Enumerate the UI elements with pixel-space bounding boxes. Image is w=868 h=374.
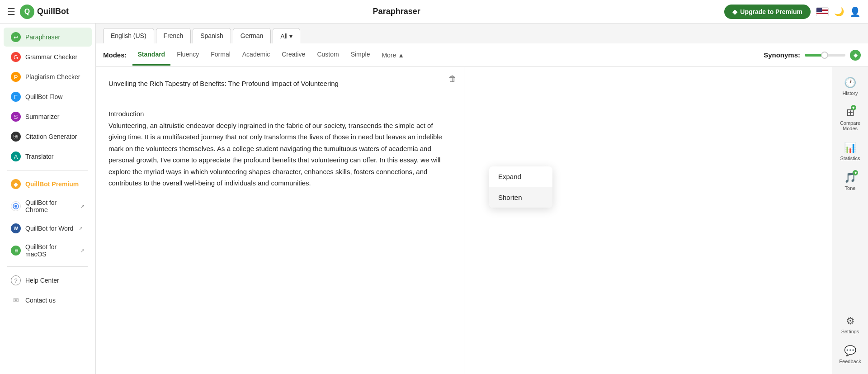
- mode-academic[interactable]: Academic: [237, 44, 275, 66]
- dropdown-item-shorten[interactable]: Shorten: [489, 187, 552, 208]
- lang-tab-german[interactable]: German: [233, 28, 271, 43]
- mode-standard[interactable]: Standard: [132, 44, 171, 66]
- sidebar-item-contact[interactable]: ✉ Contact us: [4, 291, 92, 310]
- sidebar-item-label: Help Center: [25, 277, 59, 284]
- sidebar-item-citation-generator[interactable]: 99 Citation Generator: [4, 127, 92, 146]
- sidebar-item-label: Contact us: [25, 297, 56, 304]
- intro-heading: Introduction: [108, 108, 451, 120]
- sidebar-item-label: QuillBot for Chrome: [25, 199, 75, 213]
- mode-label: Academic: [242, 51, 270, 58]
- sidebar-item-label: Translator: [25, 153, 54, 160]
- word-icon: W: [11, 223, 21, 233]
- menu-icon[interactable]: ☰: [7, 6, 15, 17]
- lang-tab-label: German: [241, 32, 264, 39]
- editor-output-pane: [464, 67, 832, 374]
- lang-tab-spanish[interactable]: Spanish: [193, 28, 231, 43]
- right-sidebar-tone[interactable]: 🎵 ◆ Tone: [835, 167, 866, 195]
- history-icon: 🕐: [844, 77, 856, 89]
- sidebar-item-label: QuillBot Premium: [25, 180, 79, 188]
- compare-icon: ⊞ ◆: [846, 107, 854, 118]
- sidebar-item-mac[interactable]: 🖥 QuillBot for macOS ↗: [4, 239, 92, 262]
- modes-bar: Modes: Standard Fluency Formal Academic …: [96, 43, 868, 67]
- more-button[interactable]: More ▲: [376, 45, 410, 65]
- plagiarism-icon: P: [11, 72, 21, 82]
- lang-tab-label: French: [164, 32, 184, 39]
- sidebar-item-quillbot-premium[interactable]: ◆ QuillBot Premium: [4, 175, 92, 194]
- sidebar-item-translator[interactable]: A Translator: [4, 147, 92, 166]
- sidebar-item-label: Paraphraser: [25, 33, 60, 41]
- sidebar-item-label: Grammar Checker: [25, 53, 77, 61]
- synonyms-section: Synonyms: ◆: [764, 50, 861, 61]
- lang-tab-label: All: [280, 33, 288, 40]
- dark-mode-icon[interactable]: 🌙: [834, 7, 844, 17]
- mode-fluency[interactable]: Fluency: [171, 44, 204, 66]
- sidebar-divider: [7, 170, 88, 170]
- flag-icon[interactable]: [816, 7, 829, 16]
- sidebar-item-help[interactable]: ? Help Center: [4, 271, 92, 290]
- premium-badge-tone: ◆: [853, 170, 858, 175]
- dropdown-item-label: Expand: [498, 173, 521, 180]
- delete-button[interactable]: 🗑: [448, 74, 457, 84]
- main-layout: ↩ Paraphraser G Grammar Checker P Plagia…: [0, 24, 868, 374]
- compare-label: Compare Modes: [838, 120, 863, 131]
- editor-input-pane[interactable]: 🗑 Unveiling the Rich Tapestry of Benefit…: [96, 67, 464, 374]
- mode-label: Simple: [351, 51, 370, 58]
- sidebar-item-label: QuillBot Flow: [25, 93, 62, 100]
- mode-label: Formal: [211, 51, 231, 58]
- feedback-icon: 💬: [844, 345, 856, 357]
- external-icon: ↗: [79, 226, 83, 232]
- right-sidebar-settings[interactable]: ⚙ Settings: [835, 311, 866, 339]
- more-dropdown: Expand Shorten: [489, 166, 552, 208]
- sidebar-item-grammar-checker[interactable]: G Grammar Checker: [4, 47, 92, 66]
- settings-label: Settings: [841, 329, 859, 334]
- sidebar-item-plagiarism-checker[interactable]: P Plagiarism Checker: [4, 67, 92, 86]
- right-sidebar-compare[interactable]: ⊞ ◆ Compare Modes: [835, 102, 866, 136]
- user-icon[interactable]: 👤: [849, 6, 861, 17]
- synonyms-slider[interactable]: [805, 54, 845, 57]
- feedback-label: Feedback: [839, 359, 861, 364]
- upgrade-button[interactable]: ◆ Upgrade to Premium: [724, 5, 811, 19]
- logo: Q QuillBot: [20, 5, 69, 19]
- premium-badge: ◆: [851, 105, 856, 110]
- mode-formal[interactable]: Formal: [205, 44, 236, 66]
- topbar: ☰ Q QuillBot Paraphraser ◆ Upgrade to Pr…: [0, 0, 868, 24]
- mode-label: Creative: [282, 51, 305, 58]
- dropdown-menu: Expand Shorten: [489, 166, 552, 208]
- topbar-left: ☰ Q QuillBot: [7, 5, 69, 19]
- mode-custom[interactable]: Custom: [311, 44, 344, 66]
- mode-simple[interactable]: Simple: [345, 44, 376, 66]
- flow-icon: F: [11, 92, 21, 102]
- mode-label: Custom: [317, 51, 339, 58]
- translator-icon: A: [11, 151, 21, 161]
- sidebar-item-paraphraser[interactable]: ↩ Paraphraser: [4, 28, 92, 47]
- sidebar-item-word[interactable]: W QuillBot for Word ↗: [4, 219, 92, 238]
- lang-tab-english-us[interactable]: English (US): [103, 28, 154, 43]
- citation-icon: 99: [11, 132, 21, 142]
- sidebar-item-summarizer[interactable]: S Summarizer: [4, 107, 92, 126]
- right-sidebar-statistics[interactable]: 📊 Statistics: [835, 137, 866, 166]
- lang-tab-all[interactable]: All ▾: [273, 28, 300, 43]
- sidebar-item-label: Summarizer: [25, 113, 59, 120]
- sidebar-item-quillbot-flow[interactable]: F QuillBot Flow: [4, 87, 92, 106]
- right-sidebar-feedback[interactable]: 💬 Feedback: [835, 341, 866, 369]
- help-icon: ?: [11, 275, 21, 285]
- chevron-up-icon: ▲: [398, 52, 404, 59]
- tone-label: Tone: [845, 185, 856, 191]
- sidebar-item-chrome[interactable]: QuillBot for Chrome ↗: [4, 194, 92, 218]
- mode-creative[interactable]: Creative: [276, 44, 311, 66]
- mode-label: Fluency: [177, 51, 199, 58]
- topbar-right: ◆ Upgrade to Premium 🌙 👤: [724, 5, 861, 19]
- logo-icon: Q: [20, 5, 34, 19]
- dropdown-item-label: Shorten: [498, 194, 522, 201]
- dropdown-item-expand[interactable]: Expand: [489, 166, 552, 187]
- synonyms-max-icon: ◆: [850, 50, 861, 61]
- external-icon: ↗: [80, 248, 85, 254]
- sidebar-divider-2: [7, 266, 88, 267]
- sidebar-item-label: Citation Generator: [25, 133, 77, 140]
- chrome-icon: [11, 201, 21, 211]
- premium-icon: ◆: [11, 179, 21, 189]
- lang-tab-french[interactable]: French: [156, 28, 191, 43]
- right-sidebar-history[interactable]: 🕐 History: [835, 72, 866, 100]
- intro-text: Volunteering, an altruistic endeavor dee…: [108, 120, 451, 189]
- editor-area: 🗑 Unveiling the Rich Tapestry of Benefit…: [96, 67, 832, 374]
